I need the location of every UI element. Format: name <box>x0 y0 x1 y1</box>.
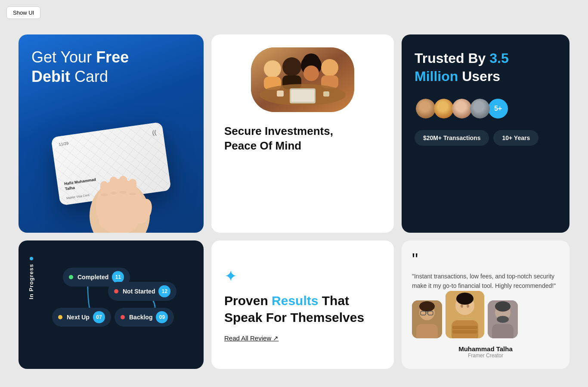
debit-card-title: Get Your FreeDebit Card <box>31 47 191 86</box>
backlog-count: 09 <box>156 311 168 323</box>
transactions-badge: $20M+ Transactions <box>415 130 489 146</box>
not-started-dot <box>114 289 118 293</box>
star-icon: ✦ <box>224 267 381 285</box>
svg-point-39 <box>467 304 469 308</box>
review-text: "Instant transactions, low fees, and top… <box>412 272 559 291</box>
backlog-node: Backlog 09 <box>115 308 174 327</box>
svg-point-15 <box>282 57 301 76</box>
reviewer-photos <box>412 300 559 338</box>
next-up-label: Next Up <box>67 314 90 321</box>
debit-card-promo: Get Your FreeDebit Card 11/29 (( Hafiz M… <box>19 34 204 233</box>
svg-point-20 <box>321 59 338 76</box>
avatar-count: 5+ <box>487 97 509 120</box>
main-grid: Get Your FreeDebit Card 11/29 (( Hafiz M… <box>19 34 569 369</box>
hand-illustration <box>77 155 163 233</box>
svg-rect-26 <box>323 91 329 97</box>
completed-count: 11 <box>112 271 124 283</box>
badges-row: $20M+ Transactions 10+ Years <box>415 130 557 146</box>
svg-rect-44 <box>492 324 514 338</box>
proven-results-title: Proven Results ThatSpeak For Themselves <box>224 292 381 326</box>
svg-point-37 <box>456 293 473 305</box>
in-progress-label: In Progress <box>28 264 34 300</box>
next-up-dot <box>58 315 62 319</box>
avatars-row: 5+ <box>415 97 557 120</box>
review-card: " "Instant transactions, low fees, and t… <box>402 240 569 369</box>
svg-point-30 <box>419 301 435 312</box>
next-up-count: 07 <box>93 311 105 323</box>
svg-rect-7 <box>99 194 138 228</box>
svg-rect-25 <box>277 91 284 97</box>
debit-card-wifi-icon: (( <box>152 129 156 136</box>
completed-label: Completed <box>77 274 108 281</box>
svg-point-38 <box>461 304 463 308</box>
proven-results-card: ✦ Proven Results ThatSpeak For Themselve… <box>211 240 394 369</box>
svg-point-13 <box>264 60 281 78</box>
secure-investments-title: Secure Investments,Peace Of Mind <box>224 124 381 153</box>
secure-investments-card: Secure Investments,Peace Of Mind <box>211 34 394 233</box>
svg-point-10 <box>120 191 127 194</box>
not-started-node: Not Started 12 <box>108 282 176 301</box>
reviewer-photo-center <box>446 291 484 338</box>
debit-card-date: 11/29 <box>59 141 69 147</box>
not-started-count: 12 <box>158 285 170 297</box>
trusted-by-title: Trusted By 3.5Million Users <box>415 50 557 85</box>
next-up-node: Next Up 07 <box>52 308 111 327</box>
svg-point-45 <box>495 301 511 312</box>
svg-point-8 <box>101 194 108 196</box>
backlog-dot <box>121 315 125 319</box>
not-started-label: Not Started <box>123 288 155 295</box>
quote-mark: " <box>412 253 559 266</box>
backlog-label: Backlog <box>129 314 152 321</box>
svg-point-46 <box>497 316 509 323</box>
svg-point-19 <box>303 66 319 81</box>
reviewer-photo-right <box>488 300 518 338</box>
years-badge: 10+ Years <box>493 130 538 146</box>
reviewer-name: Muhammad Talha <box>412 345 559 353</box>
reviewer-title: Framer Creator <box>412 353 559 359</box>
svg-point-9 <box>110 192 117 194</box>
completed-dot <box>69 275 73 279</box>
svg-point-11 <box>129 193 136 195</box>
progress-tracker-card: In Progress Completed 11 <box>19 240 204 369</box>
reviewer-info: Muhammad Talha Framer Creator <box>412 345 559 359</box>
reviewer-photo-left <box>412 300 442 338</box>
svg-rect-29 <box>416 324 438 338</box>
read-review-link[interactable]: Read All Review ↗ <box>224 334 381 342</box>
avatar-4 <box>469 97 491 120</box>
show-ui-button[interactable]: Show UI <box>6 6 40 19</box>
trusted-by-card: Trusted By 3.5Million Users 5+ $20M+ Tra… <box>402 34 569 233</box>
svg-rect-24 <box>291 90 314 102</box>
